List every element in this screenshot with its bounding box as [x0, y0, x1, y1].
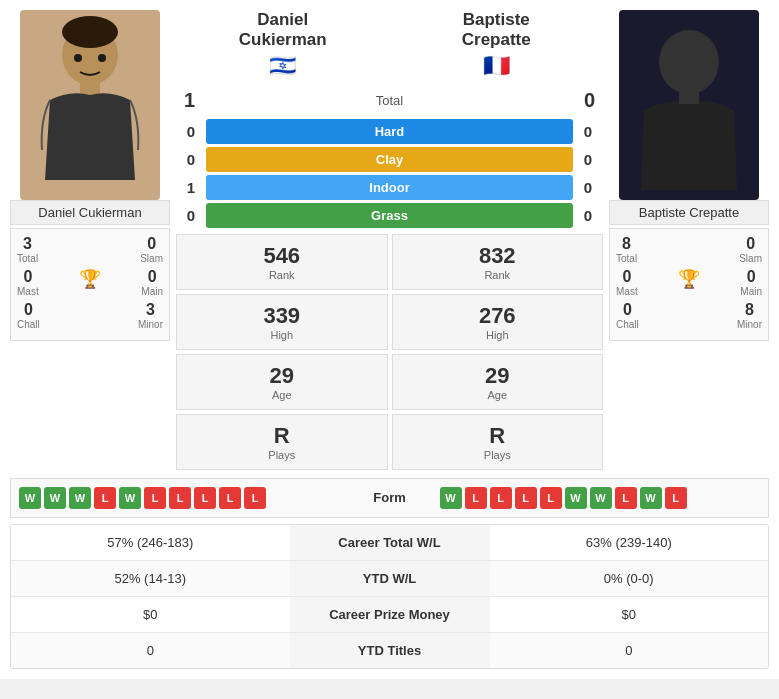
badge-8: W [640, 487, 662, 509]
right-player-name-bar: Baptiste Crepatte [609, 200, 769, 225]
svg-point-7 [659, 30, 719, 94]
right-high-label: High [397, 329, 599, 341]
surface-btn-clay[interactable]: Clay [206, 147, 573, 172]
left-player-name: Daniel Cukierman [38, 205, 141, 220]
right-plays-box: R Plays [392, 414, 604, 470]
left-plays-label: Plays [181, 449, 383, 461]
badge-9: L [665, 487, 687, 509]
left-minor-value: 3 [146, 301, 155, 319]
left-stats-row-2: 0 Mast 🏆 0 Main [17, 268, 163, 297]
right-age-box: 29 Age [392, 354, 604, 410]
form-label: Form [350, 490, 430, 505]
right-high-box: 276 High [392, 294, 604, 350]
player-names-header: Daniel Cukierman 🇮🇱 Baptiste Crepatte 🇫🇷 [176, 10, 603, 79]
left-player-name-bar: Daniel Cukierman [10, 200, 170, 225]
right-chall-value: 0 [623, 301, 632, 319]
right-minor-value: 8 [745, 301, 754, 319]
svg-point-5 [98, 54, 106, 62]
right-mast-stat: 0 Mast [616, 268, 638, 297]
left-trophy-icon: 🏆 [79, 268, 101, 297]
left-player-flag: 🇮🇱 [176, 53, 390, 79]
right-player-header: Baptiste Crepatte 🇫🇷 [390, 10, 604, 79]
left-player-photo [20, 10, 160, 200]
badge-9: L [244, 487, 266, 509]
surface-btn-indoor[interactable]: Indoor [206, 175, 573, 200]
right-rank-value: 832 [397, 243, 599, 269]
h2h-total-label: Total [376, 93, 403, 108]
badge-1: L [465, 487, 487, 509]
left-stats-row-1: 3 Total 0 Slam [17, 235, 163, 264]
career-stats-table: 57% (246-183) Career Total W/L 63% (239-… [10, 524, 769, 669]
badge-6: L [169, 487, 191, 509]
career-right-0: 63% (239-140) [490, 525, 769, 560]
surface-score-left-3: 0 [176, 207, 206, 224]
career-center-2: Career Prize Money [290, 597, 490, 632]
left-mast-label: Mast [17, 286, 39, 297]
surface-btn-grass[interactable]: Grass [206, 203, 573, 228]
left-high-box: 339 High [176, 294, 388, 350]
right-main-value: 0 [747, 268, 756, 286]
right-age-label: Age [397, 389, 599, 401]
right-plays-value: R [397, 423, 599, 449]
right-mast-label: Mast [616, 286, 638, 297]
center-column: Daniel Cukierman 🇮🇱 Baptiste Crepatte 🇫🇷 [176, 10, 603, 470]
right-main-label: Main [740, 286, 762, 297]
badge-5: L [144, 487, 166, 509]
career-center-1: YTD W/L [290, 561, 490, 596]
left-total-value: 3 [23, 235, 32, 253]
badge-0: W [440, 487, 462, 509]
right-player-name-header: Baptiste Crepatte [390, 10, 604, 51]
career-left-1: 52% (14-13) [11, 561, 290, 596]
left-chall-label: Chall [17, 319, 40, 330]
right-player-stats-card: 8 Total 0 Slam 0 Mast 🏆 0 [609, 228, 769, 341]
left-slam-value: 0 [147, 235, 156, 253]
career-center-3: YTD Titles [290, 633, 490, 668]
right-rank-label: Rank [397, 269, 599, 281]
left-main-value: 0 [148, 268, 157, 286]
right-chall-stat: 0 Chall [616, 301, 639, 330]
left-rank-value: 546 [181, 243, 383, 269]
surface-score-right-3: 0 [573, 207, 603, 224]
career-right-2: $0 [490, 597, 769, 632]
h2h-total-left: 1 [184, 89, 195, 112]
left-form-badges: WWWLWLLLLL [19, 487, 340, 509]
badge-2: L [490, 487, 512, 509]
right-minor-label: Minor [737, 319, 762, 330]
left-total-stat: 3 Total [17, 235, 38, 264]
right-slam-label: Slam [739, 253, 762, 264]
surface-score-left-0: 0 [176, 123, 206, 140]
career-left-3: 0 [11, 633, 290, 668]
right-mast-value: 0 [622, 268, 631, 286]
badge-1: W [44, 487, 66, 509]
badge-5: W [565, 487, 587, 509]
left-slam-label: Slam [140, 253, 163, 264]
right-player-name: Baptiste Crepatte [639, 205, 739, 220]
left-chall-value: 0 [24, 301, 33, 319]
career-right-3: 0 [490, 633, 769, 668]
right-age-value: 29 [397, 363, 599, 389]
career-stat-row-2: $0 Career Prize Money $0 [11, 597, 768, 633]
badge-2: W [69, 487, 91, 509]
surface-score-right-2: 0 [573, 179, 603, 196]
left-minor-stat: 3 Minor [138, 301, 163, 330]
left-mast-stat: 0 Mast [17, 268, 39, 297]
left-player-image [20, 10, 160, 200]
right-total-stat: 8 Total [616, 235, 637, 264]
comparison-area: Daniel Cukierman 3 Total 0 Slam 0 [10, 10, 769, 470]
surface-score-left-2: 1 [176, 179, 206, 196]
surface-row-grass: 0 Grass 0 [176, 203, 603, 228]
left-player-name-header: Daniel Cukierman [176, 10, 390, 51]
surface-btn-hard[interactable]: Hard [206, 119, 573, 144]
svg-point-2 [62, 16, 118, 48]
right-minor-stat: 8 Minor [737, 301, 762, 330]
left-player-stats-card: 3 Total 0 Slam 0 Mast 🏆 0 [10, 228, 170, 341]
left-rank-box: 546 Rank [176, 234, 388, 290]
right-player-flag: 🇫🇷 [390, 53, 604, 79]
career-stat-row-0: 57% (246-183) Career Total W/L 63% (239-… [11, 525, 768, 561]
left-player-header: Daniel Cukierman 🇮🇱 [176, 10, 390, 79]
form-section: WWWLWLLLLL Form WLLLLWWLWL [10, 478, 769, 518]
left-age-value: 29 [181, 363, 383, 389]
left-slam-stat: 0 Slam [140, 235, 163, 264]
left-chall-stat: 0 Chall [17, 301, 40, 330]
badge-3: L [515, 487, 537, 509]
